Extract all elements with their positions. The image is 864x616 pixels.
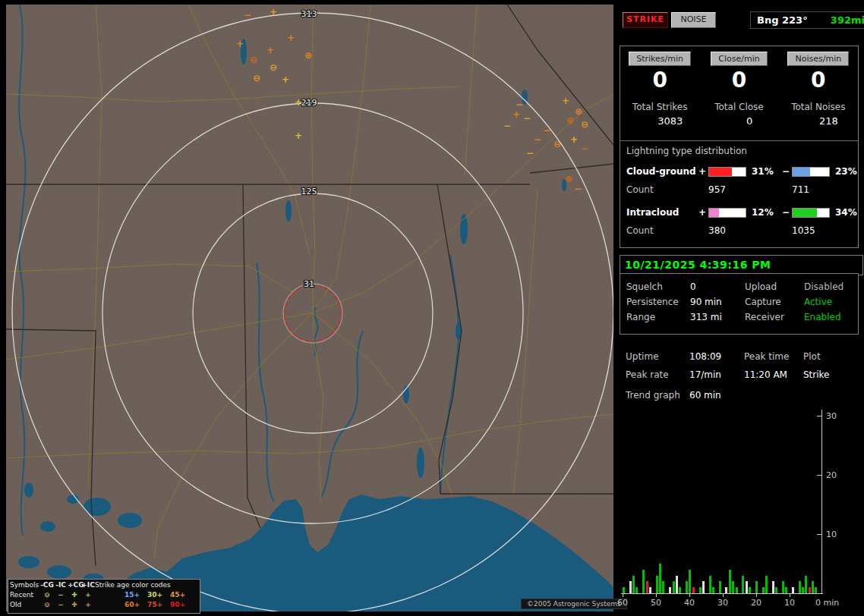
- cg-positive-fill: [709, 168, 732, 176]
- age-45: 45+: [166, 590, 189, 600]
- svg-text:−: −: [503, 121, 511, 131]
- peak-rate-value: 17/min: [689, 369, 744, 380]
- svg-text:+: +: [270, 7, 277, 17]
- strike-toggle-button[interactable]: STRIKE: [623, 12, 668, 28]
- ic-positive-count: 380: [708, 225, 748, 236]
- svg-text:+: +: [282, 74, 289, 85]
- ic-negative-fill: [793, 209, 817, 217]
- age-90: 90+: [166, 600, 189, 610]
- svg-text:−: −: [244, 10, 251, 20]
- svg-text:+: +: [266, 45, 274, 55]
- capture-label: Capture: [745, 297, 804, 307]
- persistence-value: 90 min: [690, 297, 745, 307]
- cg-positive-percent: 31%: [748, 166, 780, 177]
- legend-col-nic: -IC: [54, 580, 68, 590]
- svg-text:⊕: ⊕: [575, 106, 582, 117]
- svg-text:+: +: [512, 109, 520, 120]
- svg-text:−: −: [581, 143, 588, 154]
- uptime-panel: Uptime 108:09 Peak time Plot Peak rate 1…: [626, 347, 853, 384]
- strikes-per-min-button[interactable]: Strikes/min: [629, 52, 691, 66]
- trend-graph: 30 20 10 60 50 40 30 20 10 0 min: [621, 408, 853, 607]
- ncg-old-icon: ⊖: [40, 600, 54, 610]
- total-strikes-value: 3083: [620, 115, 699, 127]
- range-value: 313 mi: [690, 312, 745, 322]
- svg-text:−: −: [543, 125, 550, 136]
- ic-negative-percent: 34%: [831, 207, 859, 218]
- x-tick-40: 40: [680, 598, 698, 608]
- bearing-display: Bng 223° 392mi: [750, 11, 864, 29]
- cg-positive-count: 957: [708, 184, 748, 195]
- svg-text:⊖: ⊖: [253, 73, 260, 83]
- svg-text:−: −: [526, 148, 534, 159]
- plus-sign: +: [696, 207, 708, 218]
- legend-row-old-label: Old: [10, 600, 40, 610]
- svg-text:⊕: ⊕: [566, 115, 574, 126]
- ic-negative-bar: [792, 208, 830, 218]
- close-meter: Close/min 0 Total Close 0: [699, 50, 778, 127]
- x-tick-10: 10: [780, 598, 799, 608]
- pcg-old-icon: ✚: [68, 600, 81, 610]
- copyright-label: ©2005 Astrogenic Systems: [521, 599, 627, 609]
- capture-status: Active: [804, 297, 859, 307]
- total-noises-value: 218: [779, 115, 858, 127]
- svg-text:⊖: ⊖: [581, 119, 588, 130]
- trend-header: Trend graph 60 min: [626, 390, 853, 401]
- map-legend: Symbols -CG -IC +CG +IC Strike age color…: [8, 579, 200, 614]
- peak-time-value: 11:20 AM: [744, 369, 803, 380]
- svg-text:+: +: [295, 97, 302, 108]
- plot-label: Plot: [803, 351, 853, 362]
- ic-negative-count: 1035: [792, 225, 831, 236]
- trend-graph-label: Trend graph: [626, 390, 689, 401]
- age-15: 15+: [121, 590, 143, 600]
- trend-bars: [621, 408, 823, 607]
- ic-positive-bar: [708, 208, 746, 218]
- plus-sign: +: [696, 166, 708, 177]
- map-canvas: 313 219 125 31 −++⊕⊖⊖⊖++++++⊕⊕⊖−−−⊖+−+−−…: [6, 5, 613, 611]
- noise-toggle-button[interactable]: NOISE: [671, 12, 716, 28]
- legend-col-pcg: +CG: [68, 580, 81, 590]
- ring-label-219: 219: [301, 98, 317, 108]
- distribution-title: Lightning type distribution: [626, 146, 852, 156]
- squelch-label: Squelch: [626, 281, 690, 292]
- ring-label-125: 125: [301, 187, 317, 196]
- legend-col-pic: +IC: [81, 580, 95, 590]
- strikes-per-min-value: 0: [620, 69, 699, 92]
- strikes-meter: Strikes/min 0 Total Strikes 3083: [620, 50, 699, 127]
- close-per-min-button[interactable]: Close/min: [711, 52, 767, 66]
- svg-text:⊖: ⊖: [250, 55, 257, 65]
- noises-per-min-button[interactable]: Noises/min: [787, 52, 849, 66]
- cg-negative-percent: 23%: [831, 166, 859, 177]
- noises-meter: Noises/min 0 Total Noises 218: [779, 50, 858, 127]
- x-tick-50: 50: [647, 598, 665, 608]
- intracloud-label: Intracloud: [626, 207, 696, 218]
- peak-time-label: Peak time: [744, 351, 803, 362]
- total-noises-label: Total Noises: [779, 102, 858, 112]
- trend-y-axis: [821, 410, 822, 593]
- age-30: 30+: [143, 590, 166, 600]
- x-tick-20: 20: [747, 598, 765, 608]
- cg-negative-fill: [793, 168, 810, 176]
- bearing-label: Bng 223°: [757, 14, 808, 26]
- trend-window-value: 60 min: [689, 390, 853, 401]
- age-60: 60+: [121, 600, 143, 610]
- upload-label: Upload: [745, 281, 804, 292]
- receiver-label: Receiver: [745, 312, 804, 322]
- svg-text:−: −: [534, 134, 541, 145]
- svg-text:−: −: [516, 99, 523, 110]
- y-tick-20: 20: [826, 470, 837, 480]
- uptime-label: Uptime: [626, 351, 689, 362]
- cloud-ground-row: Cloud-ground + 31% − 23%: [626, 162, 852, 181]
- svg-text:−: −: [523, 113, 531, 124]
- ic-positive-fill: [709, 209, 719, 217]
- total-close-label: Total Close: [699, 102, 778, 112]
- plot-value: Strike: [803, 369, 853, 380]
- uptime-value: 108:09: [689, 351, 744, 362]
- lightning-map[interactable]: 313 219 125 31 −++⊕⊖⊖⊖++++++⊕⊕⊖−−−⊖+−+−−…: [6, 5, 613, 611]
- minus-sign: −: [780, 166, 792, 177]
- svg-text:+: +: [287, 33, 295, 43]
- noises-per-min-value: 0: [779, 69, 858, 92]
- age-75: 75+: [143, 600, 166, 610]
- persistence-label: Persistence: [626, 297, 690, 307]
- y-tick-30: 30: [826, 411, 837, 421]
- intracloud-count-row: Count 380 1035: [626, 222, 852, 240]
